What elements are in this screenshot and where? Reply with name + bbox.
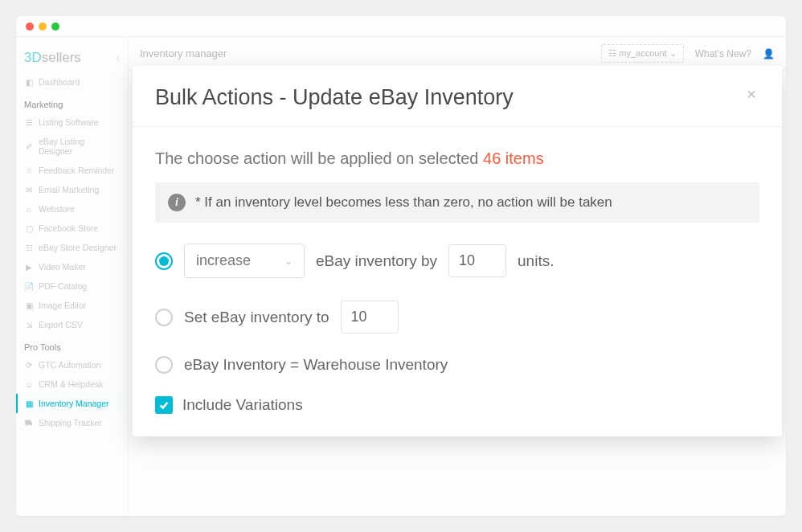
- sidebar-item-label: Video Maker: [39, 262, 86, 272]
- brush-icon: ✐: [24, 141, 34, 151]
- increase-amount-input[interactable]: [448, 244, 506, 277]
- select-value: increase: [196, 252, 251, 269]
- modal-title: Bulk Actions - Update eBay Inventory: [155, 85, 514, 110]
- storefront-icon: ☷: [24, 243, 34, 252]
- include-variations-checkbox[interactable]: [155, 396, 173, 414]
- option3-text: eBay Inventory = Warehouse Inventory: [184, 356, 448, 374]
- sidebar-item-label: GTC Automation: [39, 360, 101, 370]
- option-set-to: Set eBay inventory to: [155, 301, 759, 334]
- logo-suffix: sellers: [42, 50, 81, 65]
- window-close-icon[interactable]: [26, 23, 34, 31]
- increase-decrease-select[interactable]: increase ⌄: [184, 243, 305, 278]
- sidebar-item-listing-software[interactable]: ☰Listing Software: [16, 113, 128, 132]
- sidebar-collapse-icon[interactable]: ‹: [116, 51, 120, 64]
- sidebar-item-listing-designer[interactable]: ✐eBay Listing Designer: [16, 132, 128, 161]
- sidebar-item-label: Inventory Manager: [39, 399, 109, 408]
- app-body: 3Dsellers ‹ ◧Dashboard Marketing ☰Listin…: [16, 37, 786, 516]
- sidebar-group-pro: Pro Tools: [16, 334, 128, 355]
- video-icon: ▶: [24, 262, 34, 272]
- summary-prefix: The choose action will be applied on sel…: [155, 149, 483, 167]
- modal-body: The choose action will be applied on sel…: [133, 127, 782, 414]
- sidebar-item-label: Dashboard: [39, 77, 80, 87]
- image-icon: ▣: [24, 301, 34, 310]
- inventory-icon: ▦: [24, 399, 34, 408]
- sidebar-item-label: PDF Catalog: [39, 281, 87, 291]
- list-icon: ☰: [24, 117, 34, 127]
- sidebar-item-shipping[interactable]: ⛟Shipping Tracker: [16, 413, 128, 432]
- sidebar-item-label: eBay Listing Designer: [39, 137, 120, 156]
- window-minimize-icon[interactable]: [39, 23, 47, 31]
- facebook-icon: ▢: [24, 223, 34, 233]
- sidebar-item-label: Shipping Tracker: [39, 418, 102, 428]
- mail-icon: ✉: [24, 185, 34, 194]
- automation-icon: ⟳: [24, 360, 34, 370]
- sidebar-item-webstore[interactable]: ⌂Webstore: [16, 199, 128, 219]
- summary-count: 46 items: [483, 149, 544, 167]
- sidebar-item-gtc[interactable]: ⟳GTC Automation: [16, 355, 128, 374]
- sidebar-item-inventory[interactable]: ▦Inventory Manager: [16, 394, 128, 413]
- chevron-down-icon: ⌄: [284, 256, 293, 267]
- sidebar-item-label: Listing Software: [39, 117, 99, 127]
- sidebar-item-store-designer[interactable]: ☷eBay Store Designer: [16, 238, 128, 257]
- sidebar-item-pdf[interactable]: 📄PDF Catalog: [16, 276, 128, 296]
- radio-increase[interactable]: [155, 252, 173, 270]
- include-variations-label: Include Variations: [182, 396, 303, 414]
- sidebar-item-facebook[interactable]: ▢Facebook Store: [16, 219, 128, 238]
- bulk-actions-modal: Bulk Actions - Update eBay Inventory × T…: [133, 66, 782, 436]
- sidebar-item-label: Facebook Store: [39, 223, 98, 233]
- option-increase-decrease: increase ⌄ eBay inventory by units.: [155, 243, 759, 278]
- sidebar-item-label: Webstore: [39, 204, 75, 214]
- modal-close-button[interactable]: ×: [743, 85, 759, 104]
- set-to-amount-input[interactable]: [341, 301, 399, 334]
- star-icon: ☆: [24, 166, 34, 175]
- action-summary: The choose action will be applied on sel…: [155, 149, 759, 168]
- sidebar-item-label: Feedback Reminder: [39, 166, 115, 175]
- option2-prefix: Set eBay inventory to: [184, 309, 329, 326]
- sidebar-item-feedback[interactable]: ☆Feedback Reminder: [16, 161, 128, 180]
- sidebar-item-image[interactable]: ▣Image Editor: [16, 296, 128, 315]
- sidebar-item-dashboard[interactable]: ◧Dashboard: [16, 72, 128, 92]
- dashboard-icon: ◧: [24, 77, 34, 87]
- check-icon: [158, 399, 170, 411]
- include-variations-row: Include Variations: [155, 396, 759, 414]
- info-banner: i * If an inventory level becomes less t…: [155, 182, 759, 223]
- sidebar-item-email[interactable]: ✉Email Marketing: [16, 180, 128, 199]
- option1-mid-text: eBay inventory by: [316, 252, 437, 270]
- option1-suffix: units.: [518, 252, 554, 270]
- store-icon: ⌂: [24, 204, 34, 214]
- sidebar-item-label: Email Marketing: [39, 185, 99, 194]
- sidebar-item-label: Image Editor: [39, 301, 87, 310]
- option-equal-warehouse: eBay Inventory = Warehouse Inventory: [155, 356, 759, 374]
- window-titlebar: [16, 16, 786, 37]
- pdf-icon: 📄: [24, 281, 34, 291]
- sidebar-item-export[interactable]: ⇲Export CSV: [16, 315, 128, 334]
- sidebar: 3Dsellers ‹ ◧Dashboard Marketing ☰Listin…: [16, 37, 129, 516]
- sidebar-group-marketing: Marketing: [16, 92, 128, 113]
- modal-header: Bulk Actions - Update eBay Inventory ×: [133, 66, 782, 127]
- app-window: 3Dsellers ‹ ◧Dashboard Marketing ☰Listin…: [16, 16, 786, 516]
- modal-backdrop: Bulk Actions - Update eBay Inventory × T…: [129, 37, 786, 516]
- app-logo: 3Dsellers ‹: [16, 43, 128, 72]
- radio-set-to[interactable]: [155, 309, 173, 326]
- logo-prefix: 3D: [24, 50, 42, 65]
- shipping-icon: ⛟: [24, 418, 34, 428]
- sidebar-item-label: CRM & Helpdesk: [39, 379, 104, 389]
- main-area: Inventory manager ☷ my_account ⌄ What's …: [129, 37, 786, 516]
- export-icon: ⇲: [24, 320, 34, 329]
- sidebar-item-video[interactable]: ▶Video Maker: [16, 257, 128, 276]
- sidebar-item-label: Export CSV: [39, 320, 83, 329]
- window-maximize-icon[interactable]: [51, 23, 59, 31]
- sidebar-item-crm[interactable]: ☺CRM & Helpdesk: [16, 374, 128, 394]
- sidebar-item-label: eBay Store Designer: [39, 243, 117, 252]
- info-icon: i: [168, 194, 186, 211]
- info-text: * If an inventory level becomes less tha…: [195, 194, 612, 211]
- helpdesk-icon: ☺: [24, 379, 34, 389]
- radio-warehouse[interactable]: [155, 356, 173, 374]
